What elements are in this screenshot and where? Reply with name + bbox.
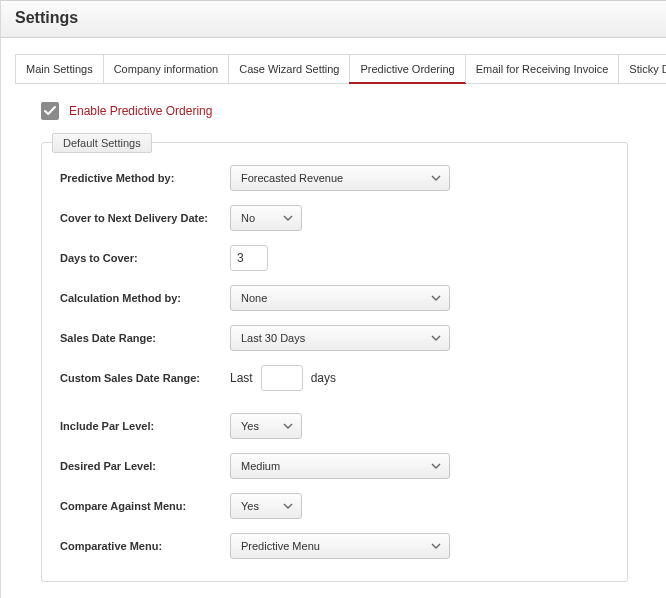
label-cover-next-delivery: Cover to Next Delivery Date: — [60, 212, 230, 224]
select-value: No — [241, 212, 255, 224]
tab-panel-predictive-ordering: Enable Predictive Ordering Default Setti… — [15, 84, 666, 598]
row-desired-par: Desired Par Level: Medium — [60, 453, 609, 479]
chevron-down-icon — [431, 175, 441, 181]
input-days-to-cover[interactable] — [230, 245, 268, 271]
row-days-to-cover: Days to Cover: — [60, 245, 609, 271]
body: Main Settings Company information Case W… — [1, 38, 666, 598]
select-sales-date-range[interactable]: Last 30 Days — [230, 325, 450, 351]
row-predictive-method: Predictive Method by: Forecasted Revenue — [60, 165, 609, 191]
label-days-to-cover: Days to Cover: — [60, 252, 230, 264]
label-sales-date-range: Sales Date Range: — [60, 332, 230, 344]
row-cover-next-delivery: Cover to Next Delivery Date: No — [60, 205, 609, 231]
row-compare-menu: Compare Against Menu: Yes — [60, 493, 609, 519]
chevron-down-icon — [283, 503, 293, 509]
chevron-down-icon — [283, 215, 293, 221]
select-value: None — [241, 292, 267, 304]
select-cover-next-delivery[interactable]: No — [230, 205, 302, 231]
select-value: Medium — [241, 460, 280, 472]
tab-company-information[interactable]: Company information — [103, 54, 230, 83]
chevron-down-icon — [431, 335, 441, 341]
label-compare-menu: Compare Against Menu: — [60, 500, 230, 512]
select-comparative-menu[interactable]: Predictive Menu — [230, 533, 450, 559]
check-icon — [44, 105, 56, 117]
tab-main-settings[interactable]: Main Settings — [15, 54, 104, 83]
label-comparative-menu: Comparative Menu: — [60, 540, 230, 552]
label-desired-par: Desired Par Level: — [60, 460, 230, 472]
tab-case-wizard-setting[interactable]: Case Wizard Setting — [228, 54, 350, 83]
row-include-par: Include Par Level: Yes — [60, 413, 609, 439]
chevron-down-icon — [431, 543, 441, 549]
tab-bar: Main Settings Company information Case W… — [15, 54, 666, 84]
select-value: Yes — [241, 420, 259, 432]
default-settings-fieldset: Default Settings Predictive Method by: F… — [41, 142, 628, 582]
row-calc-method: Calculation Method by: None — [60, 285, 609, 311]
row-custom-sales-range: Custom Sales Date Range: Last days — [60, 365, 609, 391]
enable-row: Enable Predictive Ordering — [41, 102, 648, 120]
chevron-down-icon — [283, 423, 293, 429]
label-custom-sales-range: Custom Sales Date Range: — [60, 372, 230, 384]
input-custom-sales-range-days[interactable] — [261, 365, 303, 391]
custom-range-suffix: days — [311, 371, 336, 385]
select-predictive-method[interactable]: Forecasted Revenue — [230, 165, 450, 191]
select-value: Yes — [241, 500, 259, 512]
tab-sticky-dates-integration[interactable]: Sticky Dates Integration — [618, 54, 666, 83]
enable-predictive-ordering-checkbox[interactable] — [41, 102, 59, 120]
select-value: Predictive Menu — [241, 540, 320, 552]
enable-predictive-ordering-label: Enable Predictive Ordering — [69, 104, 212, 118]
select-desired-par[interactable]: Medium — [230, 453, 450, 479]
row-sales-date-range: Sales Date Range: Last 30 Days — [60, 325, 609, 351]
label-predictive-method: Predictive Method by: — [60, 172, 230, 184]
page-title: Settings — [15, 9, 652, 27]
label-include-par: Include Par Level: — [60, 420, 230, 432]
select-value: Forecasted Revenue — [241, 172, 343, 184]
select-include-par[interactable]: Yes — [230, 413, 302, 439]
chevron-down-icon — [431, 295, 441, 301]
tab-email-for-receiving-invoice[interactable]: Email for Receiving Invoice — [465, 54, 620, 83]
chevron-down-icon — [431, 463, 441, 469]
fieldset-legend: Default Settings — [52, 133, 152, 153]
custom-range-prefix: Last — [230, 371, 253, 385]
select-value: Last 30 Days — [241, 332, 305, 344]
select-calc-method[interactable]: None — [230, 285, 450, 311]
row-comparative-menu: Comparative Menu: Predictive Menu — [60, 533, 609, 559]
header-bar: Settings — [1, 0, 666, 38]
settings-frame: Settings Main Settings Company informati… — [0, 0, 666, 598]
select-compare-menu[interactable]: Yes — [230, 493, 302, 519]
label-calc-method: Calculation Method by: — [60, 292, 230, 304]
tab-predictive-ordering[interactable]: Predictive Ordering — [349, 54, 465, 83]
